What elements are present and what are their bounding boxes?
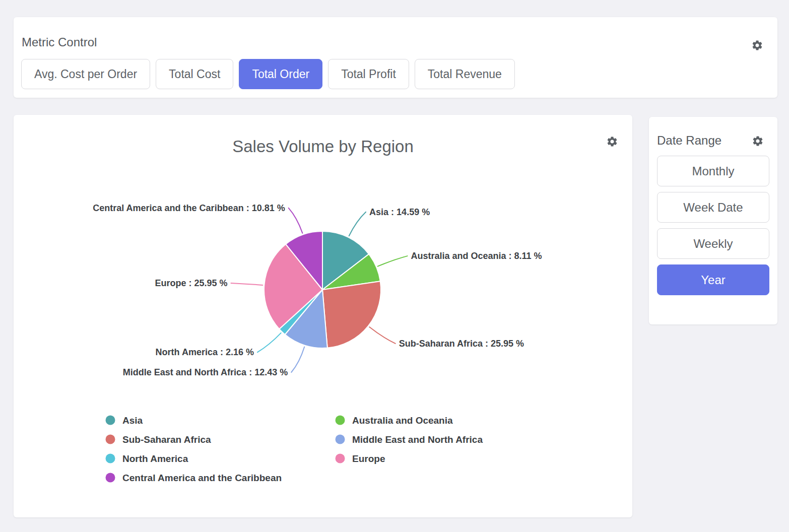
date-range-card: Date Range MonthlyWeek DateWeeklyYear [649,117,777,324]
legend-item-middle-east-and-north-africa[interactable]: Middle East and North Africa [336,434,483,445]
legend-label: Middle East and North Africa [352,434,483,445]
legend-label: Australia and Oceania [352,415,453,426]
metric-control-card: Metric Control Avg. Cost per OrderTotal … [14,17,777,98]
legend-item-europe[interactable]: Europe [336,453,385,464]
metric-button-total-order[interactable]: Total Order [239,59,322,89]
legend-item-central-america-and-the-caribbean[interactable]: Central America and the Caribbean [106,473,282,483]
pie-slice-sub-saharan-africa[interactable] [322,281,381,348]
pie-label-central-america-and-the-caribbean: Central America and the Caribbean : 10.8… [93,203,285,213]
legend-item-australia-and-oceania[interactable]: Australia and Oceania [336,415,453,426]
legend-item-sub-saharan-africa[interactable]: Sub-Saharan Africa [106,434,212,445]
legend-label: Europe [352,453,385,464]
legend-marker-icon [336,435,345,444]
pie-label-line-north-america [257,333,281,352]
pie-label-australia-and-oceania: Australia and Oceania : 8.11 % [411,251,542,261]
pie-label-sub-saharan-africa: Sub-Saharan Africa : 25.95 % [399,339,524,349]
metric-control-title: Metric Control [22,35,97,49]
legend-item-asia[interactable]: Asia [106,415,143,426]
pie-label-asia: Asia : 14.59 % [369,207,430,217]
legend-label: North America [122,453,188,464]
legend-marker-icon [106,454,115,463]
gear-icon [751,39,763,51]
pie-label-europe: Europe : 25.95 % [155,278,227,288]
date-range-button-week-date[interactable]: Week Date [657,192,769,223]
sales-volume-chart-card: Sales Volume by Region Asia : 14.59 %Aus… [14,115,632,517]
legend-item-north-america[interactable]: North America [106,453,188,464]
metric-control-settings-gear-icon[interactable] [751,39,763,51]
pie-label-north-america: North America : 2.16 % [156,347,254,357]
date-range-button-group: MonthlyWeek DateWeeklyYear [657,156,769,295]
pie-label-line-europe [231,283,263,285]
metric-button-total-cost[interactable]: Total Cost [156,59,233,89]
metric-button-total-profit[interactable]: Total Profit [328,59,409,89]
legend-marker-icon [336,416,345,425]
metric-button-group: Avg. Cost per OrderTotal CostTotal Order… [21,59,515,89]
pie-label-line-australia-and-oceania [378,256,408,267]
legend-label: Sub-Saharan Africa [122,434,211,445]
legend-label: Asia [122,415,143,426]
legend-marker-icon [106,473,115,483]
date-range-button-weekly[interactable]: Weekly [657,228,769,259]
metric-button-total-revenue[interactable]: Total Revenue [415,59,515,89]
date-range-title: Date Range [657,134,721,148]
gear-icon [752,135,764,147]
date-range-settings-gear-icon[interactable] [752,135,764,147]
legend-marker-icon [336,454,345,463]
date-range-button-year[interactable]: Year [657,264,769,295]
pie-chart: Asia : 14.59 %Australia and Oceania : 8.… [14,115,632,517]
pie-label-line-asia [349,212,366,236]
pie-label-middle-east-and-north-africa: Middle East and North Africa : 12.43 % [123,367,288,377]
metric-button-avg-cost-per-order[interactable]: Avg. Cost per Order [21,59,150,89]
date-range-button-monthly[interactable]: Monthly [657,156,769,186]
dashboard-page: Metric Control Avg. Cost per OrderTotal … [0,0,789,532]
pie-label-line-sub-saharan-africa [369,327,396,344]
pie-label-line-middle-east-and-north-africa [291,347,304,373]
legend-marker-icon [106,435,115,444]
legend-label: Central America and the Caribbean [122,473,282,483]
pie-label-line-central-america-and-the-caribbean [289,208,303,233]
legend-marker-icon [106,416,115,425]
